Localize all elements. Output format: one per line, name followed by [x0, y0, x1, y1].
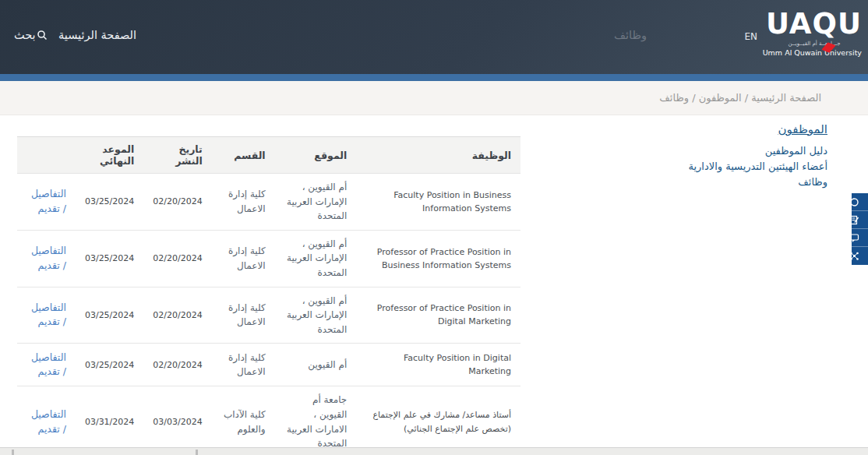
job-title: Faculty Position in Digital Marketing	[356, 344, 520, 386]
table-row: Faculty Position in Digital Marketing أم…	[17, 344, 520, 386]
phone-icon[interactable]	[852, 193, 868, 211]
breadcrumb-bar: الصفحة الرئيسية / الموظفون / وظائف	[0, 81, 868, 115]
column-header-department: القسم	[212, 137, 275, 174]
table-row: Faculty Position in Business Information…	[17, 174, 520, 231]
details-apply-link[interactable]: التفاصيل / تقديم	[26, 187, 66, 217]
footer-strip	[0, 447, 868, 455]
chat-icon[interactable]	[852, 229, 868, 247]
breadcrumb[interactable]: الصفحة الرئيسية / الموظفون / وظائف	[659, 92, 821, 104]
logo-wordmark: UAQU	[767, 9, 862, 39]
employees-sidebar: الموظفون دليل الموظفين أعضاء الهيئتين ال…	[586, 122, 827, 190]
column-header-deadline: الموعد النهائي	[76, 137, 143, 174]
job-published-date: 02/20/2024	[143, 287, 211, 344]
column-header-job: الوظيفة	[356, 137, 520, 174]
job-deadline-date: 03/25/2024	[76, 344, 143, 386]
language-toggle-en[interactable]: EN	[744, 31, 757, 42]
job-title: Faculty Position in Business Information…	[356, 174, 520, 231]
job-published-date: 02/20/2024	[143, 174, 211, 231]
accent-blue-bar	[0, 74, 868, 81]
logo-arabic-name: جـــامعــة أم القيــويــن	[767, 41, 862, 47]
sidebar-item-jobs[interactable]: وظائف	[586, 175, 827, 190]
footer-content-edge	[12, 450, 14, 455]
search-icon	[37, 30, 48, 41]
job-department: كلية إدارة الاعمال	[212, 174, 275, 231]
table-row: Professor of Practice Position in Busine…	[17, 230, 520, 287]
job-location: أم القيوين ، الإمارات العربية المتحدة	[275, 287, 357, 344]
job-deadline-date: 03/25/2024	[76, 287, 143, 344]
sidebar-title-employees[interactable]: الموظفون	[778, 122, 827, 136]
details-apply-link[interactable]: التفاصيل / تقديم	[26, 407, 66, 437]
job-location: أم القيوين ، الإمارات العربية المتحدة	[275, 174, 357, 231]
job-location: جامعة أم القيوين ، الامارات العربية المت…	[275, 386, 357, 455]
search-label: بحث	[14, 29, 36, 41]
job-published-date: 02/20/2024	[143, 230, 211, 287]
floating-side-toolbar	[852, 193, 868, 265]
site-header: UAQU جـــامعــة أم القيــويــن Umm Al Qu…	[0, 0, 868, 74]
jobs-table-header-row: الوظيفة الموقع القسم تاريخ النشر الموعد …	[17, 137, 520, 174]
job-deadline-date: 03/31/2024	[76, 386, 143, 455]
sidebar-item-employee-directory[interactable]: دليل الموظفين	[586, 143, 827, 159]
job-deadline-date: 03/25/2024	[76, 174, 143, 231]
sidebar-links: دليل الموظفين أعضاء الهيئتين التدريسية و…	[586, 143, 827, 190]
details-apply-link[interactable]: التفاصيل / تقديم	[26, 351, 66, 380]
job-published-date: 02/20/2024	[143, 344, 211, 386]
jobs-table: الوظيفة الموقع القسم تاريخ النشر الموعد …	[17, 136, 520, 455]
nav-item-jobs[interactable]: وظائف	[614, 29, 647, 41]
job-department: كلية إدارة الاعمال	[212, 344, 275, 386]
nav-item-search[interactable]: بحث	[14, 29, 48, 41]
logo-english-name: Umm Al Quwain University	[767, 48, 862, 57]
column-header-published: تاريخ النشر	[143, 137, 211, 174]
table-row: أستاذ مساعد/ مشارك في علم الإجتماع (تخصص…	[17, 386, 520, 455]
job-location: أم القيوين	[275, 344, 357, 386]
job-title: Professor of Practice Position in Digita…	[356, 287, 520, 344]
column-header-actions	[17, 137, 76, 174]
share-network-icon[interactable]	[852, 247, 868, 265]
sidebar-item-faculty-staff[interactable]: أعضاء الهيئتين التدريسية والادارية	[586, 159, 827, 175]
form-icon[interactable]	[852, 211, 868, 229]
details-apply-link[interactable]: التفاصيل / تقديم	[26, 301, 66, 330]
job-deadline-date: 03/25/2024	[76, 230, 143, 287]
job-title: أستاذ مساعد/ مشارك في علم الإجتماع (تخصص…	[356, 386, 520, 455]
nav-item-home[interactable]: الصفحة الرئيسية	[58, 29, 136, 41]
job-published-date: 03/03/2024	[143, 386, 211, 455]
details-apply-link[interactable]: التفاصيل / تقديم	[26, 244, 66, 273]
job-department: كلية إدارة الاعمال	[212, 287, 275, 344]
job-department: كلية إدارة الاعمال	[212, 230, 275, 287]
university-logo[interactable]: UAQU جـــامعــة أم القيــويــن Umm Al Qu…	[767, 9, 862, 57]
table-row: Professor of Practice Position in Digita…	[17, 287, 520, 344]
job-location: أم القيوين ، الإمارات العربية المتحدة	[275, 230, 357, 287]
column-header-location: الموقع	[275, 137, 357, 174]
footer-content-edge	[196, 450, 198, 455]
job-department: كلية الآداب والعلوم	[212, 386, 275, 455]
job-title: Professor of Practice Position in Busine…	[356, 230, 520, 287]
